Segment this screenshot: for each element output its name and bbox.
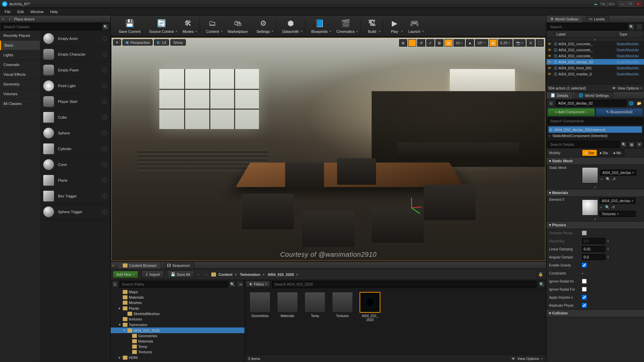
minimize-button[interactable]: — — [619, 1, 626, 7]
place-category[interactable]: Geometry — [0, 79, 40, 89]
material-thumbnail[interactable] — [582, 199, 598, 216]
tree-folder[interactable]: Materials — [111, 295, 245, 300]
tree-folder[interactable]: Temp — [111, 344, 245, 349]
options-icon[interactable]: ⋯ — [636, 23, 643, 30]
disclosure-icon[interactable]: ▸ — [118, 306, 121, 310]
place-actor-item[interactable]: Cubei — [40, 110, 110, 125]
add-component-button[interactable]: + Add Component ▾ — [548, 108, 595, 116]
number-input[interactable] — [582, 238, 605, 244]
viewport-tool-button[interactable]: ⤢ — [426, 39, 434, 47]
mobility-option[interactable]: ●Stat — [582, 150, 597, 156]
info-icon[interactable]: i — [102, 68, 107, 72]
checkbox[interactable] — [582, 295, 587, 300]
sources-toggle-icon[interactable]: ☰ — [112, 281, 118, 288]
outliner-row[interactable]: 👁◫AI54_010_front_001StaticMeshAc — [546, 65, 644, 71]
info-icon[interactable]: i — [102, 99, 107, 104]
spinner-icon[interactable]: ⇕ — [607, 239, 609, 243]
search-icon[interactable]: 🔍 — [229, 281, 236, 288]
viewport[interactable]: ▾ ▣Perspective ◐Lit Show ⊕⬚↺⤢⊞▦10▾▲10°▾▣… — [111, 38, 545, 261]
place-category[interactable]: Volumes — [0, 89, 40, 99]
eye-icon[interactable]: 👁 — [636, 141, 643, 148]
tree-folder[interactable]: Textures — [111, 349, 245, 355]
info-icon[interactable]: i — [102, 178, 107, 183]
info-icon[interactable]: i — [102, 209, 107, 214]
view-options-button[interactable]: View Options — [517, 357, 539, 361]
static-mesh-dropdown[interactable]: AI54_010_declas▾ — [600, 170, 636, 176]
viewport-tool-button[interactable]: ▣ — [489, 39, 497, 47]
checkbox[interactable] — [582, 287, 587, 292]
search-paths-input[interactable] — [119, 281, 228, 288]
tab-world-settings[interactable]: 🌐World Settings — [575, 92, 613, 99]
disclosure-icon[interactable]: ▾ — [123, 328, 126, 333]
material-dropdown[interactable]: AI54_010_declas▾ — [599, 198, 636, 204]
outliner-row[interactable]: 👁◫AI54_010_concrete_StaticMeshAc — [546, 41, 644, 47]
tree-folder[interactable]: SkeletalMeshes — [111, 311, 245, 316]
search-icon[interactable]: 🔍 — [538, 281, 545, 288]
place-actor-item[interactable]: Conei — [40, 157, 110, 173]
toolbar-settings[interactable]: ⚙Settings▾ — [253, 17, 274, 35]
tree-folder[interactable]: ▾AI54_010_2020 — [111, 327, 245, 333]
viewport-tool-button[interactable]: 0.25▾ — [498, 39, 513, 47]
tab-sequencer[interactable]: 🎞Sequencer — [163, 262, 195, 269]
visibility-icon[interactable]: 👁 — [548, 54, 552, 58]
place-category[interactable]: Lights — [0, 50, 40, 60]
tree-folder[interactable]: ▸Plants — [111, 305, 245, 311]
info-icon[interactable]: i — [102, 194, 107, 198]
viewport-tool-button[interactable]: 4 — [527, 39, 535, 47]
filters-button[interactable]: ▼ Filters ▾ — [246, 281, 270, 287]
reset-icon[interactable]: ↺ — [612, 177, 615, 181]
toolbar-source-control[interactable]: 🔄Source Control▾ — [145, 17, 178, 35]
component-item[interactable]: ▫StaticMeshComponent (Inherited) — [548, 133, 642, 139]
asset-item[interactable]: Temp — [303, 292, 327, 351]
toolbar-datasmith[interactable]: ⬢Datasmith▾ — [278, 17, 303, 35]
number-input[interactable] — [582, 254, 605, 260]
outliner-row[interactable]: 👁◫AI54_010_marble_0StaticMeshAc — [546, 71, 644, 77]
place-actor-item[interactable]: Cylinderi — [40, 141, 110, 157]
viewport-menu-button[interactable]: ▾ — [113, 39, 121, 46]
disclosure-icon[interactable]: ▾ — [118, 322, 121, 327]
checkbox[interactable] — [582, 303, 587, 308]
disclosure-icon[interactable]: ▸ — [118, 355, 121, 360]
tab-world-outliner[interactable]: ≣World Outliner — [546, 15, 583, 22]
search-icon[interactable]: 🔍 — [628, 23, 635, 30]
section-materials[interactable]: ▾ Materials — [546, 189, 644, 197]
breadcrumb-segment[interactable]: AI54_010_2020 — [268, 273, 294, 277]
info-icon[interactable]: i — [102, 162, 107, 167]
toolbar-marketplace[interactable]: 🛍Marketplace — [224, 17, 252, 35]
collapse-icon[interactable]: ⇥ — [237, 281, 244, 288]
save-all-button[interactable]: 💾 Save All — [167, 270, 194, 278]
asset-item[interactable]: Textures — [331, 292, 354, 351]
menu-window[interactable]: Window — [27, 9, 47, 15]
use-selected-icon[interactable]: ← — [599, 205, 603, 209]
info-icon[interactable]: i — [102, 52, 107, 57]
info-icon[interactable]: i — [102, 146, 107, 151]
viewport-perspective-button[interactable]: ▣Perspective — [122, 39, 153, 46]
place-category[interactable]: Visual Effects — [0, 70, 40, 79]
place-category[interactable]: Recently Placed — [0, 31, 40, 41]
search-components-input[interactable] — [548, 118, 643, 124]
viewport-tool-button[interactable]: 10▾ — [453, 39, 465, 47]
checkbox[interactable] — [582, 231, 587, 235]
place-actors-search[interactable] — [1, 23, 101, 30]
asset-item[interactable]: Materials — [276, 292, 299, 351]
locate-icon[interactable]: 📂 — [636, 100, 643, 107]
toolbar-blueprints[interactable]: 📘Blueprints▾ — [307, 17, 332, 35]
visibility-icon[interactable]: 👁 — [548, 48, 552, 52]
tree-folder[interactable]: ▾Twinmotion — [111, 322, 245, 327]
section-collision[interactable]: ▾ Collision — [546, 309, 644, 317]
tab-details[interactable]: 🧾Details — [546, 92, 573, 99]
toolbar-save-current[interactable]: 💾Save Current — [115, 17, 145, 35]
cloud-icon[interactable]: ☁ — [594, 2, 597, 6]
blueprint-button[interactable]: ✎ Blueprint/Add — [596, 108, 643, 116]
section-physics[interactable]: ▾ Physics — [546, 221, 644, 229]
tree-folder[interactable]: Meshes — [111, 300, 245, 305]
place-category[interactable]: Basic — [0, 41, 40, 50]
number-input[interactable] — [582, 246, 605, 252]
place-actor-item[interactable]: Empty Actori — [40, 31, 110, 47]
viewport-tool-button[interactable]: ⊕ — [399, 39, 407, 47]
restore-button[interactable]: ❐ — [627, 1, 634, 7]
checkbox[interactable] — [582, 279, 587, 284]
mobility-option[interactable]: ●Mo — [610, 150, 624, 156]
toolbar-cinematics[interactable]: 🎬Cinematics▾ — [332, 17, 359, 35]
viewport-tool-button[interactable]: ↺ — [417, 39, 425, 47]
